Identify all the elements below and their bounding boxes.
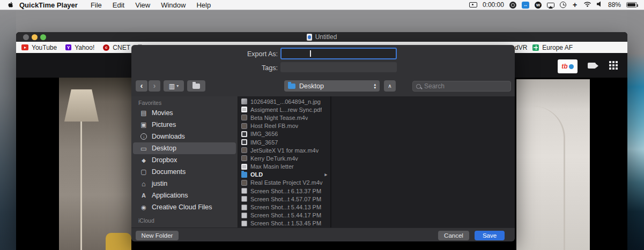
sidebar-item[interactable]: Dropbox — [133, 154, 236, 166]
apps-grid-icon[interactable] — [609, 61, 611, 63]
file-row[interactable]: JetSuiteX V1 for max.m4v — [238, 146, 330, 154]
close-window-button[interactable] — [23, 34, 29, 40]
search-input[interactable] — [424, 82, 499, 90]
sidebar-item[interactable]: Desktop — [133, 142, 236, 154]
sidebar-item[interactable]: Applications — [133, 190, 236, 201]
sidebar-item-icon — [139, 192, 148, 199]
menu-item[interactable]: File — [85, 1, 107, 9]
teamviewer-icon[interactable] — [522, 2, 529, 9]
file-row[interactable]: IMG_3657 — [238, 138, 330, 146]
desktop-wallpaper-left — [0, 10, 16, 250]
apple-menu-icon[interactable] — [8, 1, 14, 9]
file-row[interactable]: Max Masin letter — [238, 163, 330, 171]
sidebar-item-icon — [139, 121, 148, 128]
tubebuddy-label: tb — [561, 63, 567, 70]
airplay-icon[interactable] — [547, 3, 554, 7]
menu-items: FileEditViewWindowHelp — [85, 1, 216, 9]
bookmark-item[interactable]: CNET — [103, 44, 130, 51]
file-row[interactable]: Screen Shot...t 5.44.13 PM — [238, 203, 330, 211]
sidebar-item-label: Dropbox — [152, 156, 177, 164]
active-app-name[interactable]: QuickTime Player — [19, 1, 78, 9]
file-row[interactable]: IMG_3656 — [238, 130, 330, 138]
file-row[interactable]: Beta Night Tease.m4v — [238, 113, 330, 122]
sidebar-item-icon — [139, 168, 148, 176]
sidebar-item-label: Documents — [152, 168, 186, 176]
file-icon — [241, 155, 247, 161]
sidebar-item-icon — [139, 203, 148, 211]
file-icon — [241, 131, 247, 137]
bookmark-item[interactable]: dVR — [515, 44, 527, 51]
file-name: Beta Night Tease.m4v — [250, 115, 308, 121]
menu-item[interactable]: Edit — [107, 1, 130, 9]
sidebar-item-label: Movies — [152, 109, 173, 117]
bookmark-label: CNET — [113, 44, 130, 51]
file-icon — [241, 164, 247, 170]
menu-item[interactable]: Window — [156, 1, 191, 9]
sidebar-item-icon — [139, 109, 148, 117]
file-name: JetSuiteX V1 for max.m4v — [250, 147, 319, 154]
parent-folder-button[interactable] — [384, 80, 396, 92]
record-time: 0:00:00 — [483, 1, 504, 9]
sidebar-item[interactable]: justin — [133, 178, 236, 190]
back-button[interactable] — [136, 80, 147, 92]
sidebar-item[interactable]: Pictures — [133, 119, 236, 131]
sidebar-item[interactable]: Movies — [133, 107, 236, 119]
tags-input[interactable] — [280, 62, 397, 72]
file-icon — [241, 172, 247, 178]
file-icon — [241, 221, 247, 226]
view-options-button[interactable] — [164, 80, 184, 92]
bookmark-item[interactable]: YouTube — [21, 44, 57, 51]
cancel-button[interactable]: Cancel — [438, 231, 469, 240]
dropdown-chevrons-icon — [374, 83, 380, 89]
file-row[interactable]: 10264981_...064894_n.jpg — [238, 97, 330, 105]
file-row[interactable]: OLD — [238, 171, 330, 179]
menu-item[interactable]: View — [130, 1, 156, 9]
new-folder-toolbar-button[interactable] — [187, 80, 205, 92]
move-tool-icon[interactable] — [572, 2, 578, 9]
volume-icon[interactable] — [597, 1, 603, 9]
file-name: 10264981_...064894_n.jpg — [250, 99, 321, 105]
file-column-view[interactable]: 10264981_...064894_n.jpg Assigment L...r… — [238, 96, 515, 228]
bookmark-item[interactable]: Yahoo! — [65, 44, 94, 51]
search-field[interactable] — [412, 81, 511, 92]
file-row[interactable]: Host Reel FB.mov — [238, 122, 330, 130]
sidebar-item[interactable]: Downloads — [133, 131, 236, 142]
zoom-window-button[interactable] — [40, 34, 46, 40]
column-divider[interactable] — [330, 96, 331, 228]
folder-icon — [288, 84, 295, 89]
sidebar-item[interactable]: Creative Cloud Files — [133, 201, 236, 213]
forward-button[interactable] — [149, 80, 160, 92]
folder-icon — [193, 84, 200, 89]
sidebar-item[interactable]: Documents — [133, 166, 236, 178]
location-value: Desktop — [299, 82, 324, 90]
file-row[interactable]: Assigment L...rew Sync.pdf — [238, 105, 330, 113]
tubebuddy-button[interactable]: tb — [558, 59, 578, 73]
file-icon — [241, 99, 247, 104]
create-video-icon[interactable] — [588, 63, 596, 69]
time-machine-icon[interactable] — [560, 2, 566, 8]
file-row[interactable]: Screen Shot...t 6.13.37 PM — [238, 187, 330, 195]
screen-recording-icon[interactable] — [469, 2, 477, 7]
file-row[interactable]: Screen Shot...t 4.57.07 PM — [238, 195, 330, 203]
video-frame-right — [516, 79, 590, 250]
file-row[interactable]: Kerry DeTurk.m4v — [238, 154, 330, 162]
wifi-icon[interactable] — [583, 1, 591, 9]
new-folder-button[interactable]: New Folder — [136, 231, 179, 240]
menu-item[interactable]: Help — [191, 1, 216, 9]
dialog-footer: New Folder Cancel Save — [131, 228, 515, 241]
creative-cloud-menu-icon[interactable] — [509, 2, 516, 9]
sidebar-item-icon — [139, 156, 148, 164]
window-title-bar[interactable]: Untitled — [16, 32, 627, 42]
export-as-input[interactable] — [280, 48, 397, 59]
lamp-shade — [64, 89, 99, 122]
minimize-window-button[interactable] — [32, 34, 38, 40]
w-app-icon[interactable] — [535, 2, 542, 9]
save-button[interactable]: Save — [475, 231, 505, 240]
file-row[interactable]: Screen Shot...t 5.44.17 PM — [238, 211, 330, 219]
bookmark-item[interactable]: Europe AF — [532, 44, 573, 51]
file-row[interactable]: Real Estate Project V2.m4v — [238, 179, 330, 187]
location-dropdown[interactable]: Desktop — [284, 80, 380, 92]
file-row[interactable]: Screen Shot...t 1.53.45 PM — [238, 219, 330, 228]
lamp-pole — [80, 122, 82, 250]
battery-icon[interactable] — [626, 2, 637, 7]
